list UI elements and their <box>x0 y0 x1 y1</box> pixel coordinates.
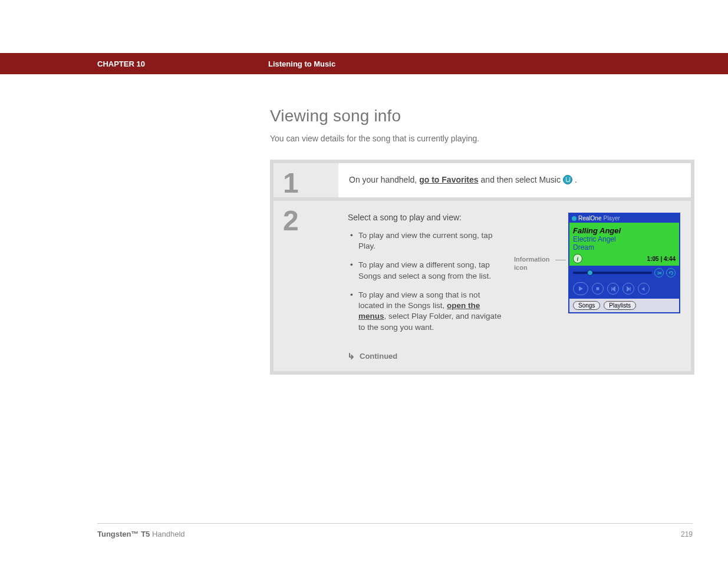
callout-line-2: icon <box>514 263 561 272</box>
step-2-lead: Select a song to play and view: <box>348 213 507 222</box>
step-1-pre: On your handheld, <box>349 175 417 184</box>
continued-arrow-icon <box>348 352 356 360</box>
information-icon-callout: Information icon <box>514 213 561 341</box>
top-margin <box>0 0 728 53</box>
player-progress-row <box>569 266 679 280</box>
step-2-layout: Select a song to play and view: To play … <box>348 213 680 341</box>
step-2-body: Select a song to play and view: To play … <box>337 201 691 371</box>
step-2: 2 Select a song to play and view: To pla… <box>274 201 691 371</box>
player-time: 1:05 | 4:44 <box>647 256 676 262</box>
player-progress-track[interactable] <box>573 272 652 274</box>
step-2-bullet-3: To play and view a song that is not loca… <box>350 290 507 333</box>
player-app-name-1: RealOne <box>578 215 601 222</box>
player-album: Dream <box>573 243 676 252</box>
steps-container: 1 On your handheld, go to Favorites and … <box>270 160 694 375</box>
main-content: Viewing song info You can view details f… <box>0 74 728 562</box>
next-track-button[interactable] <box>622 283 634 295</box>
shuffle-icon[interactable] <box>654 268 664 277</box>
step-1-number: 1 <box>283 169 299 197</box>
go-to-favorites-link[interactable]: go to Favorites <box>419 175 478 184</box>
callout-line-1: Information <box>514 255 561 263</box>
product-name-bold: Tungsten™ T5 <box>97 530 150 538</box>
step-1-text-row: On your handheld, go to Favorites and th… <box>349 175 680 184</box>
step-1-number-cell: 1 <box>274 163 338 197</box>
player-now-playing-panel: Falling Angel Electric Angel Dream i 1:0… <box>569 223 679 266</box>
music-icon <box>563 175 572 184</box>
page: CHAPTER 10 Listening to Music Viewing so… <box>0 0 728 562</box>
stop-button[interactable] <box>592 283 604 295</box>
page-title: Viewing song info <box>270 107 693 125</box>
product-name: Tungsten™ T5 Handheld <box>97 530 185 538</box>
footer-row: Tungsten™ T5 Handheld 219 <box>97 530 693 538</box>
step-1-post: and then select Music <box>481 175 561 184</box>
step-1-dot: . <box>575 175 577 184</box>
continued-label: Continued <box>360 352 397 361</box>
information-icon[interactable]: i <box>573 254 582 263</box>
player-controls-row <box>569 280 679 299</box>
player-tabs-row: Songs Playlists <box>569 299 679 312</box>
svg-rect-0 <box>597 287 599 290</box>
page-footer: Tungsten™ T5 Handheld 219 <box>97 523 693 538</box>
player-progress-thumb[interactable] <box>587 270 593 276</box>
step-2-bullets: To play and view the current song, tap P… <box>348 230 507 333</box>
step-2-bullet-2: To play and view a different song, tap S… <box>350 260 507 281</box>
playlists-tab[interactable]: Playlists <box>604 301 636 310</box>
intro-text: You can view details for the song that i… <box>270 134 693 143</box>
step-1-body: On your handheld, go to Favorites and th… <box>338 163 691 197</box>
player-info-row: i 1:05 | 4:44 <box>573 254 676 263</box>
realone-player-screenshot: RealOne Player Falling Angel Electric An… <box>568 213 680 313</box>
product-name-rest: Handheld <box>150 530 185 538</box>
content-column: Viewing song info You can view details f… <box>270 107 693 375</box>
player-song-title: Falling Angel <box>573 226 676 235</box>
continued-indicator: Continued <box>348 352 680 361</box>
player-logo-icon <box>572 216 577 221</box>
repeat-icon[interactable] <box>666 268 676 277</box>
chapter-header-bar: CHAPTER 10 Listening to Music <box>0 53 728 74</box>
step-2-number-cell: 2 <box>274 201 337 371</box>
step-2-bullet-1: To play and view the current song, tap P… <box>350 230 507 252</box>
step-2-text: Select a song to play and view: To play … <box>348 213 507 341</box>
section-title: Listening to Music <box>268 59 335 68</box>
play-button[interactable] <box>573 282 588 295</box>
previous-track-button[interactable] <box>607 283 619 295</box>
callout-leader-line <box>555 260 566 260</box>
songs-tab[interactable]: Songs <box>573 301 600 310</box>
chapter-label: CHAPTER 10 <box>97 59 268 68</box>
volume-button[interactable] <box>638 283 650 295</box>
page-number: 219 <box>681 530 693 538</box>
step-2-number: 2 <box>283 207 299 235</box>
player-app-name-2: Player <box>603 215 620 222</box>
step-1: 1 On your handheld, go to Favorites and … <box>274 163 691 197</box>
player-artist: Electric Angel <box>573 235 676 243</box>
footer-divider <box>97 523 693 524</box>
player-titlebar: RealOne Player <box>569 214 679 223</box>
